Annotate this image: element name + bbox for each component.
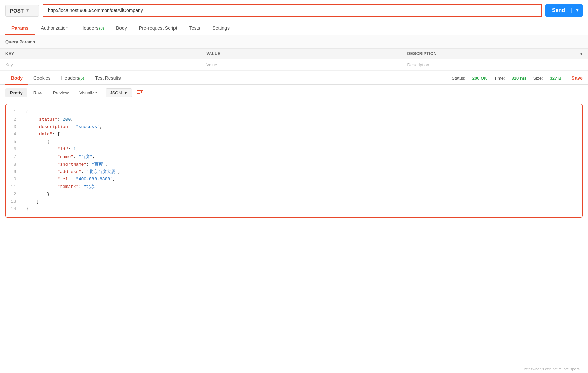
size-label: Size: [533, 76, 543, 81]
tab-params[interactable]: Params [5, 21, 35, 35]
tab-settings[interactable]: Settings [206, 21, 236, 35]
send-button[interactable]: Send ▼ [545, 4, 583, 17]
code-content: { "status": 200, "description": "success… [21, 108, 582, 213]
json-chevron-icon: ▼ [124, 90, 128, 95]
col-header-desc: DESCRIPTION [402, 49, 574, 59]
status-value: 200 OK [472, 76, 487, 81]
tab-pre-request[interactable]: Pre-request Script [133, 21, 183, 35]
format-bar: Pretty Raw Preview Visualize JSON ▼ [0, 85, 588, 101]
table-row: Key Value Description [0, 59, 588, 71]
col-header-key: KEY [0, 49, 201, 59]
save-button[interactable]: Save [568, 75, 583, 81]
send-label: Send [545, 7, 571, 14]
fmt-pretty[interactable]: Pretty [5, 88, 27, 97]
status-label: Status: [452, 76, 465, 81]
time-label: Time: [494, 76, 505, 81]
method-select[interactable]: POST ▼ [5, 5, 39, 17]
url-input-wrapper [43, 4, 542, 17]
send-dropdown-icon[interactable]: ▼ [571, 8, 583, 13]
fmt-preview[interactable]: Preview [48, 88, 73, 97]
param-dot [574, 59, 588, 71]
response-status: Status: 200 OK Time: 310 ms Size: 327 B … [452, 75, 583, 81]
col-header-dot: ● [574, 49, 588, 59]
fmt-visualize[interactable]: Visualize [75, 88, 102, 97]
tab-tests[interactable]: Tests [183, 21, 207, 35]
resp-tab-test-results[interactable]: Test Results [89, 72, 126, 84]
resp-tab-cookies[interactable]: Cookies [28, 72, 56, 84]
param-key-input[interactable]: Key [0, 59, 201, 71]
size-value: 327 B [550, 76, 562, 81]
tab-authorization[interactable]: Authorization [35, 21, 75, 35]
resp-tab-headers[interactable]: Headers(5) [56, 72, 90, 84]
json-label: JSON [110, 90, 122, 95]
tab-headers[interactable]: Headers(8) [74, 21, 110, 35]
response-tabs-bar: Body Cookies Headers(5) Test Results Sta… [0, 72, 588, 85]
col-header-value: VALUE [201, 49, 402, 59]
top-bar: POST ▼ Send ▼ [0, 0, 588, 21]
code-area: 1 2 3 4 5 6 7 8 9 10 11 12 13 14 { "stat… [5, 104, 583, 218]
fmt-raw[interactable]: Raw [29, 88, 47, 97]
method-label: POST [10, 8, 24, 14]
wrap-icon[interactable] [136, 88, 143, 97]
line-numbers: 1 2 3 4 5 6 7 8 9 10 11 12 13 14 [6, 108, 21, 213]
resp-headers-badge: (5) [79, 76, 84, 81]
request-tabs: Params Authorization Headers(8) Body Pre… [0, 21, 588, 35]
params-table: KEY VALUE DESCRIPTION ● Key Value Descri… [0, 48, 588, 71]
param-desc-input[interactable]: Description [402, 59, 574, 71]
resp-tab-body[interactable]: Body [5, 72, 28, 84]
time-value: 310 ms [512, 76, 527, 81]
method-chevron-icon: ▼ [26, 8, 30, 13]
query-params-label: Query Params [0, 35, 588, 48]
tab-body[interactable]: Body [110, 21, 133, 35]
url-input[interactable] [43, 5, 541, 16]
headers-badge: (8) [99, 26, 104, 31]
param-value-input[interactable]: Value [201, 59, 402, 71]
json-type-select[interactable]: JSON ▼ [106, 88, 132, 97]
